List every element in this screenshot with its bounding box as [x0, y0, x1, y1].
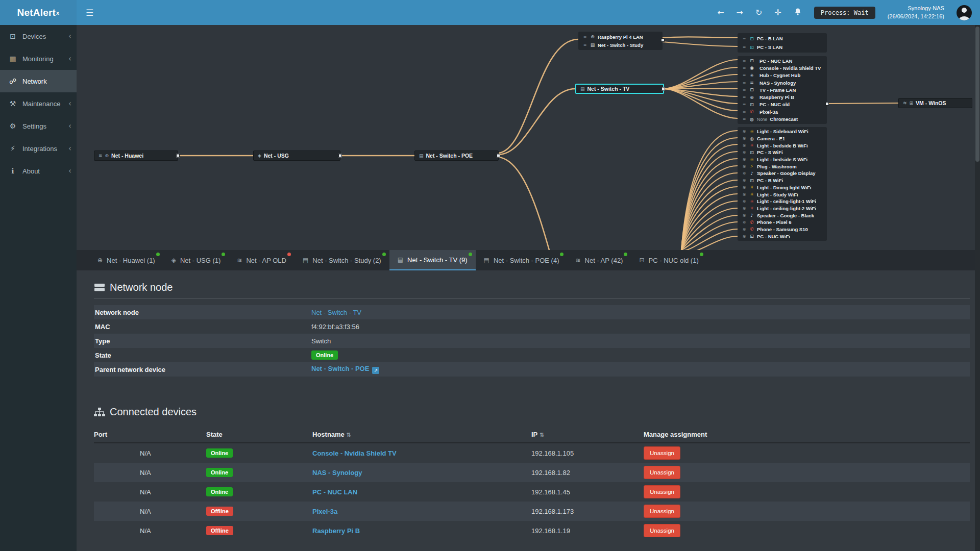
node-link[interactable]: Net - Switch - TV: [311, 309, 361, 316]
device-row[interactable]: ≋ ☼ Light - Study WiFi: [738, 191, 827, 198]
hostname-link[interactable]: Raspberry Pi B: [312, 527, 360, 535]
refresh-icon[interactable]: ↻: [755, 8, 762, 17]
node-handle[interactable]: [497, 154, 500, 158]
device-row[interactable]: ≋ ✆ Phone - Samsung S10: [738, 226, 827, 233]
bell-icon[interactable]: [794, 8, 802, 18]
node-tab[interactable]: ⊕ Net - Huawei (1): [89, 250, 163, 270]
col-hostname[interactable]: Hostname⇅: [312, 431, 531, 438]
parent-node-link[interactable]: Net - Switch - POE: [311, 365, 369, 372]
device-row[interactable]: ≡ ✆ Pixel-3a: [738, 108, 827, 115]
node-handle[interactable]: [338, 154, 342, 158]
device-row[interactable]: ≡ ⊛ Raspberry Pi B: [738, 93, 827, 101]
device-row[interactable]: ≡ ✳ Hub - Cygnet Hub: [738, 72, 827, 79]
device-row[interactable]: ≋ ✆ Phone - Pixel 6: [738, 219, 827, 226]
device-row[interactable]: ≋ ☼ Light - bedside B WiFi: [738, 142, 827, 149]
node-net-switch-tv-selected[interactable]: ▤ Net - Switch - TV: [575, 84, 664, 94]
sidebar-item[interactable]: ℹ About ‹: [0, 160, 77, 182]
node-net-switch-poe[interactable]: ▤ Net - Switch - POE: [414, 151, 499, 161]
forward-icon[interactable]: →: [737, 8, 743, 17]
pc-icon: ⊡: [749, 58, 754, 63]
tv-icon: ⊟: [749, 87, 754, 92]
device-row[interactable]: ≡ ⊛ Raspberry Pi 4 LAN: [578, 33, 663, 41]
node-handle[interactable]: [661, 38, 665, 42]
sidebar-item[interactable]: ⚒ Maintenance ‹: [0, 92, 77, 115]
node-handle[interactable]: [176, 154, 180, 158]
sidebar-item[interactable]: ⚙ Settings ‹: [0, 115, 77, 137]
node-label: Net - USG: [264, 153, 289, 159]
scrollbar[interactable]: [975, 25, 980, 551]
node-net-huawei[interactable]: ≋ ⊕ Net - Huawei: [94, 151, 178, 161]
move-icon[interactable]: ✛: [774, 8, 781, 17]
col-ip[interactable]: IP⇅: [531, 431, 644, 438]
device-row[interactable]: ≋ ⚡ Plug - Washroom: [738, 163, 827, 170]
menu-toggle-icon[interactable]: ☰: [86, 8, 93, 18]
node-vm-winos[interactable]: ≋ ⊞ VM - WinOS: [898, 98, 972, 108]
node-handle[interactable]: [825, 102, 829, 106]
sidebar-item[interactable]: ⚡ Integrations ‹: [0, 137, 77, 160]
wifi-icon: ≋: [237, 257, 242, 264]
device-row[interactable]: ≋ ⊡ PC - B WiFi: [738, 177, 827, 184]
scrollbar-thumb[interactable]: [975, 27, 979, 162]
unassign-button[interactable]: Unassign: [644, 466, 680, 479]
device-row[interactable]: ≋ ♪ Speaker - Google - Black: [738, 212, 827, 219]
unassign-button[interactable]: Unassign: [644, 446, 680, 460]
device-row[interactable]: ≡ ⊡ PC - NUC LAN: [738, 57, 827, 64]
device-row[interactable]: ≋ ⊡ PC - S WiFi: [738, 149, 827, 156]
brand-logo[interactable]: NetAlertx: [0, 0, 77, 25]
sort-icon[interactable]: ⇅: [347, 432, 351, 438]
sidebar-item[interactable]: ▦ Monitoring ‹: [0, 47, 77, 70]
device-row[interactable]: ≡ ◍ None Chromecast: [738, 115, 827, 122]
device-row[interactable]: ≡ ⊡ PC - B LAN: [738, 34, 827, 43]
device-label: PC - B LAN: [757, 36, 783, 41]
tab-label: Net - Switch - TV (9): [407, 256, 468, 264]
device-row[interactable]: ≋ ☼ Light - ceiling-light-2 WiFi: [738, 205, 827, 212]
device-row[interactable]: ≋ ☼ Light - bedside S WiFi: [738, 156, 827, 163]
network-node-table: Network node Net - Switch - TV MAC f4:92…: [94, 305, 970, 377]
sidebar-item[interactable]: ☍ Network: [0, 70, 77, 92]
node-tab[interactable]: ◈ Net - USG (1): [163, 250, 229, 270]
hostname-link[interactable]: NAS - Synology: [312, 469, 362, 477]
node-tab[interactable]: ⊡ PC - NUC old (1): [631, 250, 706, 270]
device-row[interactable]: ≋ ☼ Light - ceiling-light-1 WiFi: [738, 198, 827, 205]
node-tab[interactable]: ▤ Net - Switch - TV (9): [389, 250, 476, 270]
hostname-link[interactable]: PC - NUC LAN: [312, 488, 357, 496]
device-row[interactable]: ≡ ⊡ PC - NUC old: [738, 101, 827, 108]
process-status[interactable]: Process: Wait: [814, 7, 875, 19]
hostname-link[interactable]: Pixel-3a: [312, 508, 337, 515]
node-tab[interactable]: ▤ Net - Switch - POE (4): [476, 250, 568, 270]
node-tab[interactable]: ≋ Net - AP OLD: [229, 250, 295, 270]
col-state: State: [206, 431, 312, 438]
unassign-button[interactable]: Unassign: [644, 524, 680, 537]
device-row[interactable]: ≋ ☼ Light - Dining light WiFi: [738, 184, 827, 191]
unassign-button[interactable]: Unassign: [644, 505, 680, 518]
device-label: PC - S WiFi: [757, 149, 783, 155]
sitemap-icon: [94, 408, 105, 417]
device-row[interactable]: ≋ ☼ Light - Sideboard WiFi: [738, 128, 827, 135]
wifi-icon: ≋: [575, 257, 580, 264]
device-row[interactable]: ≡ ≡ NAS - Synology: [738, 79, 827, 86]
node-tab[interactable]: ▤ Net - Switch - Study (2): [295, 250, 389, 270]
unassign-button[interactable]: Unassign: [644, 485, 680, 498]
hostname-link[interactable]: Console - Nvidia Shield TV: [312, 449, 397, 457]
device-row[interactable]: ≋ ♪ Speaker - Google Display: [738, 170, 827, 177]
device-row[interactable]: ≡ ▤ Net - Switch - Study: [578, 41, 663, 49]
external-link-icon[interactable]: ↗: [372, 367, 379, 374]
info-row: Type Switch: [94, 334, 970, 348]
device-row[interactable]: ≡ ⊟ TV - Frame LAN: [738, 86, 827, 93]
device-row[interactable]: ≡ ⊡ PC - S LAN: [738, 43, 827, 52]
wifi-icon: ≋: [742, 213, 747, 218]
avatar[interactable]: [957, 5, 972, 20]
pc-icon: ⊡: [749, 234, 754, 239]
back-icon[interactable]: ←: [717, 8, 724, 17]
port-cell: N/A: [94, 508, 206, 515]
sidebar-item[interactable]: ⊡ Devices ‹: [0, 25, 77, 47]
chevron-left-icon: ‹: [68, 54, 71, 63]
node-tab[interactable]: ≋ Net - AP (42): [567, 250, 631, 270]
node-handle[interactable]: [662, 87, 665, 91]
node-net-usg[interactable]: ◈ Net - USG: [253, 151, 340, 161]
device-row[interactable]: ≋ ⊡ PC - NUC WiFi: [738, 233, 827, 240]
device-row[interactable]: ≋ ◎ Camera - E1: [738, 135, 827, 142]
device-row[interactable]: ≡ ◉ Console - Nvidia Shield TV: [738, 64, 827, 71]
sort-icon[interactable]: ⇅: [540, 432, 544, 438]
network-node-header: Network node: [94, 282, 970, 293]
